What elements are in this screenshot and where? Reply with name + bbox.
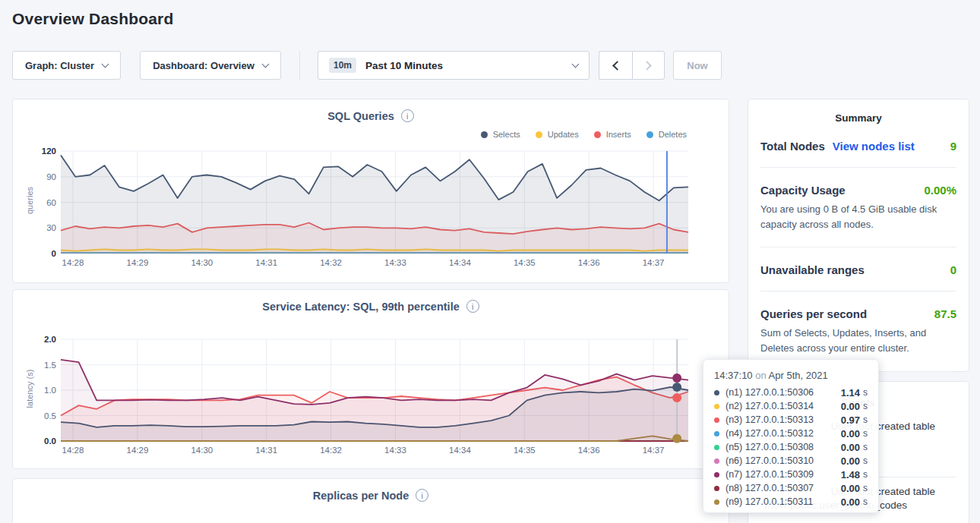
queries-per-second-label: Queries per second — [760, 307, 867, 320]
node-color-dot-icon — [714, 431, 719, 436]
replicas-per-node-title: Replicas per Node — [313, 490, 409, 502]
chevron-down-icon — [572, 60, 580, 68]
svg-text:90: 90 — [46, 172, 56, 181]
svg-text:30: 30 — [46, 223, 56, 232]
tooltip-node-row: (n2) 127.0.0.1:503140.00s — [714, 399, 868, 413]
tooltip-on-word: on — [755, 370, 766, 381]
svg-text:14:28: 14:28 — [62, 258, 84, 267]
svg-text:14:35: 14:35 — [514, 446, 536, 455]
time-step-buttons — [599, 51, 665, 80]
summary-row-unavailable-ranges: Unavailable ranges 0 — [760, 247, 956, 291]
svg-text:14:36: 14:36 — [578, 446, 600, 455]
tooltip-node-latency: 0.97 — [841, 414, 860, 426]
info-icon[interactable]: i — [416, 489, 428, 502]
svg-text:0.5: 0.5 — [44, 411, 56, 421]
dashboard-dropdown-label: Dashboard: Overview — [153, 60, 254, 71]
svg-text:14:33: 14:33 — [384, 446, 406, 455]
tooltip-time: 14:37:10 — [714, 370, 753, 381]
unavailable-ranges-value: 0 — [950, 263, 956, 276]
svg-text:14:31: 14:31 — [255, 446, 277, 455]
tooltip-node-latency: 0.00 — [841, 483, 860, 494]
summary-title: Summary — [748, 99, 969, 124]
chart-hover-tooltip: 14:37:10 on Apr 5th, 2021 (n1) 127.0.0.1… — [703, 359, 879, 513]
tooltip-node-latency: 0.00 — [841, 455, 860, 467]
graph-dropdown-label: Graph: Cluster — [25, 60, 94, 71]
chevron-down-icon — [102, 60, 109, 68]
tooltip-latency-unit: s — [863, 428, 868, 439]
sql-queries-chart[interactable]: 14:2814:2914:3014:3114:3214:3314:3414:35… — [13, 99, 730, 284]
tooltip-node-address: (n1) 127.0.0.1:50306 — [726, 387, 841, 398]
svg-text:14:29: 14:29 — [127, 258, 149, 267]
svg-text:0.0: 0.0 — [44, 436, 56, 446]
svg-text:14:32: 14:32 — [320, 258, 342, 267]
tooltip-node-row: (n9) 127.0.0.1:503110.00s — [714, 495, 868, 509]
tooltip-date: Apr 5th, 2021 — [769, 370, 828, 381]
total-nodes-label: Total Nodes — [760, 140, 825, 153]
tooltip-node-latency: 1.48 — [841, 469, 860, 480]
time-range-selector[interactable]: 10m Past 10 Minutes — [318, 51, 590, 80]
tooltip-node-row: (n7) 127.0.0.1:503091.48s — [714, 468, 868, 481]
chevron-right-icon — [642, 61, 652, 71]
node-color-dot-icon — [714, 458, 719, 464]
node-color-dot-icon — [714, 445, 719, 450]
tooltip-latency-unit: s — [863, 387, 868, 398]
svg-text:60: 60 — [46, 198, 56, 207]
tooltip-latency-unit: s — [863, 483, 868, 493]
tooltip-node-address: (n2) 127.0.0.1:50314 — [726, 401, 841, 411]
page-title: Overview Dashboard — [12, 10, 174, 28]
svg-text:2.0: 2.0 — [44, 335, 56, 344]
tooltip-latency-unit: s — [863, 414, 868, 425]
tooltip-node-latency: 0.00 — [841, 442, 860, 453]
svg-text:14:32: 14:32 — [320, 446, 342, 455]
tooltip-node-address: (n9) 127.0.0.1:50311 — [726, 496, 841, 507]
chevron-down-icon — [261, 60, 269, 68]
unavailable-ranges-label: Unavailable ranges — [760, 263, 865, 276]
sql-queries-panel: SQL Queries i SelectsUpdatesInsertsDelet… — [12, 99, 729, 283]
tooltip-node-latency: 1.14 — [841, 387, 860, 399]
summary-panel: Summary Total Nodes View nodes list 9 Ca… — [748, 99, 969, 372]
dashboard-dropdown[interactable]: Dashboard: Overview — [140, 51, 281, 80]
capacity-usage-description: You are using 0 B of 4.5 GiB usable disk… — [760, 202, 956, 232]
node-color-dot-icon — [714, 417, 719, 423]
tooltip-node-row: (n4) 127.0.0.1:503120.00s — [714, 427, 868, 440]
time-forward-button[interactable] — [632, 51, 665, 80]
tooltip-node-latency: 0.00 — [841, 428, 860, 440]
service-latency-chart[interactable]: 14:2814:2914:3014:3114:3214:3314:3414:35… — [13, 290, 730, 470]
svg-text:14:34: 14:34 — [449, 258, 471, 267]
tooltip-node-row: (n3) 127.0.0.1:503130.97s — [714, 413, 868, 427]
view-nodes-list-link[interactable]: View nodes list — [833, 140, 915, 153]
node-color-dot-icon — [714, 472, 719, 477]
tooltip-latency-unit: s — [863, 469, 868, 480]
capacity-usage-label: Capacity Usage — [760, 184, 846, 197]
tooltip-node-address: (n4) 127.0.0.1:50312 — [726, 428, 841, 439]
tooltip-node-rows: (n1) 127.0.0.1:503061.14s(n2) 127.0.0.1:… — [714, 386, 868, 509]
controls-divider — [299, 51, 300, 80]
summary-row-total-nodes: Total Nodes View nodes list 9 — [760, 124, 956, 168]
svg-text:14:35: 14:35 — [514, 258, 536, 267]
graph-dropdown[interactable]: Graph: Cluster — [12, 51, 121, 80]
total-nodes-value: 9 — [950, 140, 956, 153]
queries-per-second-description: Sum of Selects, Updates, Inserts, and De… — [760, 326, 956, 356]
time-range-badge: 10m — [329, 58, 356, 73]
tooltip-latency-unit: s — [863, 496, 868, 507]
node-color-dot-icon — [714, 486, 719, 491]
svg-text:14:34: 14:34 — [449, 446, 471, 455]
time-back-button[interactable] — [599, 51, 632, 80]
tooltip-node-address: (n5) 127.0.0.1:50308 — [726, 442, 841, 452]
svg-text:120: 120 — [42, 147, 56, 156]
tooltip-node-row: (n5) 127.0.0.1:503080.00s — [714, 440, 868, 454]
queries-per-second-value: 87.5 — [934, 307, 956, 320]
svg-text:14:37: 14:37 — [643, 258, 665, 267]
tooltip-latency-unit: s — [863, 455, 868, 466]
tooltip-node-row: (n1) 127.0.0.1:503061.14s — [714, 386, 868, 399]
now-button-label: Now — [687, 60, 707, 71]
svg-text:14:31: 14:31 — [255, 258, 277, 267]
tooltip-latency-unit: s — [863, 442, 868, 452]
svg-text:14:36: 14:36 — [578, 258, 600, 267]
tooltip-node-address: (n3) 127.0.0.1:50313 — [726, 414, 841, 425]
now-button[interactable]: Now — [673, 51, 722, 80]
tooltip-latency-unit: s — [863, 401, 868, 411]
svg-text:14:37: 14:37 — [643, 446, 665, 455]
svg-text:14:30: 14:30 — [191, 446, 213, 455]
tooltip-node-address: (n8) 127.0.0.1:50307 — [726, 483, 841, 493]
